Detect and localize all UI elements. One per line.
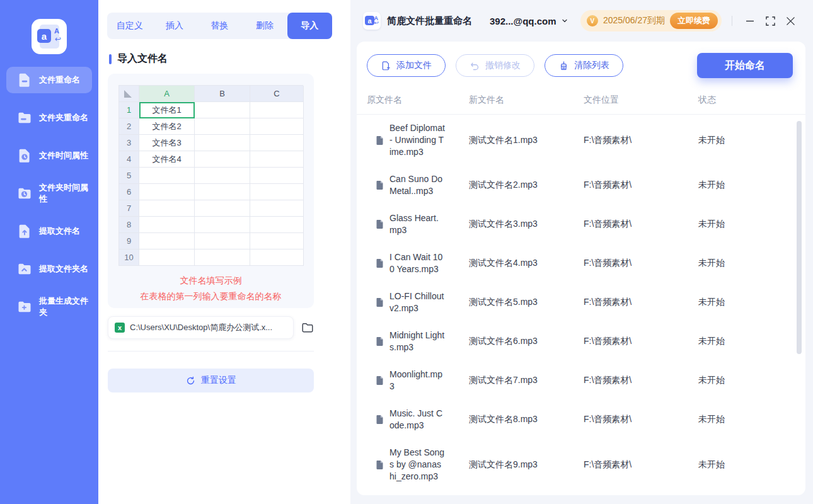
tab-导入[interactable]: 导入: [287, 13, 332, 39]
logo-arrow-icon: ↩: [55, 35, 61, 43]
window-titlebar: a A ↩ 简鹿文件批量重命名 392...@qq.com V 2025/06/…: [350, 0, 813, 42]
file-row[interactable]: I Can Wait 100 Years.mp3 测试文件名4.mp3 F:\音…: [367, 244, 793, 283]
sidebar-item[interactable]: 提取文件名: [6, 218, 92, 244]
sheet-cell-c[interactable]: [250, 200, 304, 217]
close-button[interactable]: [780, 11, 800, 31]
sheet-row-number[interactable]: 10: [119, 249, 139, 266]
file-row[interactable]: Midnight Lights.mp3 测试文件名6.mp3 F:\音频素材\ …: [367, 322, 793, 361]
tab-删除[interactable]: 删除: [242, 13, 287, 39]
tab-自定义[interactable]: 自定义: [107, 13, 152, 39]
reset-settings-button[interactable]: 重置设置: [108, 369, 314, 392]
add-files-button[interactable]: 添加文件: [367, 54, 446, 77]
chevron-down-icon: [561, 17, 568, 25]
sheet-cell-b[interactable]: [195, 217, 250, 233]
sidebar-item[interactable]: 文件重命名: [6, 67, 92, 93]
sidebar-item[interactable]: 提取文件夹名: [6, 256, 92, 282]
sheet-cell-a[interactable]: 文件名4: [139, 151, 195, 168]
file-row[interactable]: Moonlight.mp3 测试文件名7.mp3 F:\音频素材\ 未开始: [367, 361, 793, 400]
file-icon: [374, 375, 384, 386]
sheet-cell-b[interactable]: [195, 233, 250, 249]
file-location: F:\音频素材\: [584, 297, 693, 308]
sheet-cell-c[interactable]: [250, 184, 304, 200]
sheet-cell-a[interactable]: [139, 233, 195, 249]
tab-插入[interactable]: 插入: [152, 13, 197, 39]
original-file-name: My Best Songs by @nanashi_zero.mp3: [389, 447, 445, 483]
start-rename-button[interactable]: 开始命名: [697, 53, 793, 78]
sheet-cell-a[interactable]: 文件名1: [139, 102, 195, 118]
file-row[interactable]: LO-FI Chillout v2.mp3 测试文件名5.mp3 F:\音频素材…: [367, 283, 793, 322]
scrollbar-thumb[interactable]: [797, 121, 802, 354]
sheet-cell-a[interactable]: 文件名3: [139, 135, 195, 151]
logo-a-icon: a: [37, 29, 51, 43]
sheet-row-number[interactable]: 5: [119, 168, 139, 184]
sheet-cell-c[interactable]: [250, 151, 304, 168]
sheet-row-number[interactable]: 9: [119, 233, 139, 249]
import-file-path-field[interactable]: x C:\Users\XU\Desktop\简鹿办公测试.x...: [108, 316, 294, 339]
renew-button[interactable]: 立即续费: [670, 13, 718, 29]
license-expiry: 2025/06/27到期: [603, 15, 665, 26]
sheet-cell-c[interactable]: [250, 217, 304, 233]
undo-button[interactable]: 撤销修改: [456, 54, 534, 77]
sheet-cell-a[interactable]: [139, 217, 195, 233]
sheet-cell-c[interactable]: [250, 168, 304, 184]
browse-folder-button[interactable]: [299, 319, 316, 336]
account-menu[interactable]: 392...@qq.com: [490, 16, 568, 26]
sheet-col-header-a[interactable]: A: [139, 86, 195, 102]
sheet-cell-b[interactable]: [195, 102, 250, 118]
sheet-cell-a[interactable]: [139, 249, 195, 266]
file-row[interactable]: My Best Songs by @nanashi_zero.mp3 测试文件名…: [367, 439, 793, 490]
tab-替换[interactable]: 替换: [197, 13, 242, 39]
sheet-cell-b[interactable]: [195, 168, 250, 184]
sidebar-item[interactable]: 文件夹时间属性: [6, 180, 92, 207]
file-row[interactable]: Music. Just Code.mp3 测试文件名8.mp3 F:\音频素材\…: [367, 400, 793, 439]
sheet-cell-b[interactable]: [195, 200, 250, 217]
sheet-row-number[interactable]: 8: [119, 217, 139, 233]
sheet-select-all-cell[interactable]: [119, 86, 139, 102]
sheet-cell-b[interactable]: [195, 151, 250, 168]
file-row[interactable]: Glass Heart.mp3 测试文件名3.mp3 F:\音频素材\ 未开始: [367, 205, 793, 244]
file-icon: [374, 180, 384, 190]
file-row[interactable]: Beef Diplomat - Unwinding Time.mp3 测试文件名…: [367, 115, 793, 166]
file-status: 未开始: [693, 414, 793, 425]
sheet-row-number[interactable]: 1: [119, 102, 139, 118]
import-file-path: C:\Users\XU\Desktop\简鹿办公测试.x...: [130, 322, 272, 333]
sheet-cell-a[interactable]: [139, 184, 195, 200]
undo-icon: [470, 60, 480, 71]
sheet-row-number[interactable]: 6: [119, 184, 139, 200]
sheet-row-number[interactable]: 3: [119, 135, 139, 151]
sheet-row-number[interactable]: 4: [119, 151, 139, 168]
original-file-name: Glass Heart.mp3: [389, 212, 445, 236]
sheet-cell-b[interactable]: [195, 135, 250, 151]
minimize-button[interactable]: [740, 11, 760, 31]
file-row[interactable]: Sorry.mp3 测试文件名10.mp3 F:\音频素材\ 未开始: [367, 490, 793, 495]
sheet-col-header-c[interactable]: C: [250, 86, 304, 102]
file-status: 未开始: [693, 459, 793, 471]
file-list-card: 添加文件 撤销修改 清除列表 开始命名 原文件名 新文件名 文件位置 状态 Be…: [357, 42, 805, 495]
sheet-cell-c[interactable]: [250, 249, 304, 266]
sheet-cell-c[interactable]: [250, 102, 304, 118]
file-icon: [374, 297, 384, 307]
sheet-cell-a[interactable]: [139, 200, 195, 217]
titlebar-divider: [732, 16, 732, 26]
file-row[interactable]: Can Suno Do Metal..mp3 测试文件名2.mp3 F:\音频素…: [367, 166, 793, 205]
sheet-row-number[interactable]: 2: [119, 118, 139, 135]
sidebar-nav: 文件重命名 文件夹重命名 文件时间属性 文件夹时间属性 提取文件名 提取文件夹名…: [0, 67, 98, 320]
file-rename-icon: [16, 72, 33, 88]
sidebar-item[interactable]: 批量生成文件夹: [6, 294, 92, 320]
clear-list-button[interactable]: 清除列表: [545, 54, 623, 77]
section-header: 导入文件名: [109, 52, 350, 66]
sheet-cell-c[interactable]: [250, 233, 304, 249]
sheet-cell-a[interactable]: 文件名2: [139, 118, 195, 135]
sheet-cell-c[interactable]: [250, 118, 304, 135]
spreadsheet-card: A B C 1 文件名1 2 文件名2 3 文件名3 4 文件名4 5 6 7 …: [108, 74, 314, 308]
sheet-cell-b[interactable]: [195, 249, 250, 266]
sheet-col-header-b[interactable]: B: [195, 86, 250, 102]
sheet-cell-b[interactable]: [195, 118, 250, 135]
maximize-button[interactable]: [760, 11, 780, 31]
sidebar-item[interactable]: 文件时间属性: [6, 142, 92, 169]
sheet-cell-b[interactable]: [195, 184, 250, 200]
sheet-cell-a[interactable]: [139, 168, 195, 184]
sheet-cell-c[interactable]: [250, 135, 304, 151]
sidebar-item[interactable]: 文件夹重命名: [6, 105, 92, 131]
sheet-row-number[interactable]: 7: [119, 200, 139, 217]
